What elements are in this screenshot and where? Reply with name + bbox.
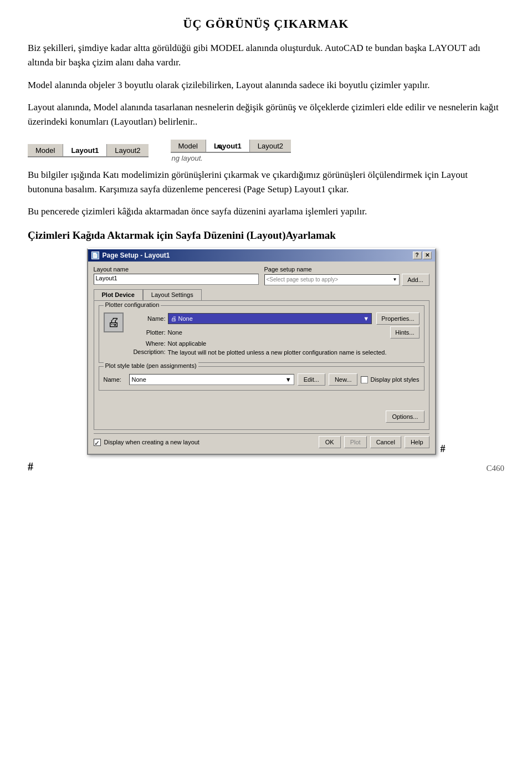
- page-setup-dialog: 📄 Page Setup - Layout1 ? ✕ Layout name L…: [87, 248, 436, 455]
- left-tab-layout1[interactable]: Layout1: [63, 144, 107, 156]
- dialog-bottom-row: ✓ Display when creating a new layout OK …: [94, 433, 429, 449]
- pen-name-dropdown[interactable]: None ▼: [129, 374, 294, 385]
- cursor-indicator: ↖: [216, 141, 224, 153]
- dialog-help-btn[interactable]: ?: [413, 252, 422, 259]
- pen-table-group: Plot style table (pen assignments) Name:…: [99, 366, 424, 391]
- hints-button[interactable]: Hints...: [390, 326, 419, 339]
- new-button[interactable]: New...: [329, 373, 358, 386]
- dialog-tabs-container: Plot Device Layout Settings Plotter conf…: [94, 289, 429, 430]
- dialog-tab-buttons: Plot Device Layout Settings: [94, 289, 429, 300]
- page-setup-select[interactable]: <Select page setup to apply> ▼: [264, 274, 400, 285]
- right-tabs-bar: Model Layout1 Layout2: [171, 140, 291, 152]
- help-button[interactable]: Help: [405, 436, 429, 448]
- left-tab-model[interactable]: Model: [28, 144, 63, 156]
- left-tab-layout2[interactable]: Layout2: [107, 144, 148, 156]
- dialog-title: Page Setup - Layout1: [103, 252, 170, 259]
- plotter-config-group: Plotter configuration 🖨 Name: 🖨 None: [99, 305, 424, 363]
- plotter-fields: Name: 🖨 None ▼ Properties... Plotter:: [127, 312, 420, 358]
- hash-right: #: [441, 443, 446, 455]
- ok-button[interactable]: OK: [319, 436, 341, 448]
- display-plot-styles-label: Display plot styles: [370, 376, 419, 383]
- plotter-value: None: [168, 329, 386, 336]
- paragraph-4: Bu bilgiler ışığında Katı modelimizin gö…: [28, 168, 504, 197]
- add-button[interactable]: Add...: [402, 274, 429, 286]
- right-tab-model[interactable]: Model: [171, 140, 206, 152]
- name-dropdown[interactable]: 🖨 None ▼: [168, 313, 372, 324]
- dialog-titlebar-left: 📄 Page Setup - Layout1: [91, 252, 170, 259]
- right-tab-layout1[interactable]: Layout1: [206, 140, 250, 152]
- paragraph-3: Layout alanında, Model alanında tasarlan…: [28, 100, 504, 130]
- paragraph-2: Model alanında objeler 3 boyutlu olarak …: [28, 78, 504, 93]
- right-tab-layout2[interactable]: Layout2: [250, 140, 291, 152]
- page-setup-name-group: Page setup name <Select page setup to ap…: [264, 266, 429, 286]
- dialog-wrapper: 📄 Page Setup - Layout1 ? ✕ Layout name L…: [28, 248, 504, 455]
- left-tabs-bar: Model Layout1 Layout2: [28, 144, 149, 156]
- display-plot-styles-checkbox[interactable]: [361, 376, 368, 383]
- paragraph-1: Biz şekilleri, şimdiye kadar altta görül…: [28, 41, 504, 70]
- name-dropdown-arrow: ▼: [363, 315, 369, 322]
- dialog-close-btn[interactable]: ✕: [423, 252, 432, 259]
- footer-hash-left: #: [28, 460, 33, 473]
- left-tabs-group: Model Layout1 Layout2: [28, 144, 149, 157]
- paragraph-5: Bu pencerede çizimleri kâğıda aktarmadan…: [28, 204, 504, 219]
- pen-name-value: None: [132, 376, 146, 383]
- printer-icon: 🖨: [104, 312, 124, 332]
- plotter-label: Plotter:: [127, 329, 166, 336]
- right-tabs-bottom-line: [171, 152, 291, 153]
- layout-tabs-row: Model Layout1 Layout2 Model Layout1 Layo…: [28, 140, 504, 162]
- name-label: Name:: [127, 315, 166, 322]
- description-value: The layout will not be plotted unless a …: [168, 348, 420, 356]
- plot-button[interactable]: Plot: [344, 436, 367, 448]
- where-field-row: Where: Not applicable: [127, 340, 420, 347]
- page-setup-name-label: Page setup name: [264, 266, 429, 273]
- page-setup-select-value: <Select page setup to apply>: [267, 276, 339, 283]
- dialog-bottom-btns: OK Plot Cancel Help: [319, 436, 429, 448]
- dialog-titlebar: 📄 Page Setup - Layout1 ? ✕: [88, 249, 435, 262]
- dialog-spacer: [99, 394, 424, 411]
- display-creating-label: Display when creating a new layout: [104, 439, 200, 445]
- dialog-titlebar-btns: ? ✕: [413, 252, 432, 259]
- description-label: Description:: [127, 348, 166, 355]
- layout-name-input[interactable]: Layout1: [94, 274, 259, 285]
- cancel-button[interactable]: Cancel: [370, 436, 401, 448]
- footer-page-ref: C460: [486, 464, 504, 473]
- dialog-top-row: Layout name Layout1 Page setup name <Sel…: [94, 266, 429, 286]
- layout-name-label: Layout name: [94, 266, 259, 273]
- plotter-config-legend: Plotter configuration: [104, 301, 161, 308]
- dialog-icon: 📄: [91, 252, 99, 259]
- page-title: ÜÇ GÖRÜNÜŞ ÇIKARMAK: [28, 17, 504, 31]
- left-tabs-bottom-line: [28, 156, 149, 157]
- layout-settings-tab[interactable]: Layout Settings: [143, 289, 202, 300]
- where-label: Where:: [127, 340, 166, 347]
- pen-name-label: Name:: [104, 376, 126, 383]
- pen-table-row: Name: None ▼ Edit... New... Display plot…: [104, 373, 420, 386]
- dialog-tab-content: Plotter configuration 🖨 Name: 🖨 None: [94, 300, 429, 430]
- name-field-row: Name: 🖨 None ▼ Properties...: [127, 312, 420, 325]
- dialog-body: Layout name Layout1 Page setup name <Sel…: [88, 262, 435, 454]
- plot-device-tab[interactable]: Plot Device: [94, 289, 143, 300]
- options-button[interactable]: Options...: [386, 411, 424, 423]
- display-plot-styles-row: Display plot styles: [361, 376, 419, 383]
- description-field-row: Description: The layout will not be plot…: [127, 348, 420, 356]
- layout-sublabel: ng layout.: [171, 154, 203, 162]
- page-setup-dropdown-arrow: ▼: [393, 277, 397, 282]
- right-tabs-group: Model Layout1 Layout2 ng layout. ↖: [171, 140, 291, 162]
- page-footer: # C460: [28, 460, 504, 473]
- display-creating-checkbox[interactable]: ✓: [94, 439, 101, 446]
- where-value: Not applicable: [168, 340, 420, 347]
- dialog-bottom-left: ✓ Display when creating a new layout: [94, 439, 200, 446]
- edit-button[interactable]: Edit...: [298, 373, 325, 386]
- name-dropdown-value: 🖨 None: [171, 315, 193, 322]
- options-row: Options...: [99, 411, 424, 423]
- properties-button[interactable]: Properties...: [376, 312, 419, 325]
- section-heading: Çizimleri Kağıda Aktarmak için Sayfa Düz…: [28, 229, 504, 242]
- layout-name-group: Layout name Layout1: [94, 266, 259, 286]
- pen-table-legend: Plot style table (pen assignments): [104, 362, 198, 369]
- plotter-field-row: Plotter: None Hints...: [127, 326, 420, 339]
- pen-dropdown-arrow: ▼: [285, 376, 291, 383]
